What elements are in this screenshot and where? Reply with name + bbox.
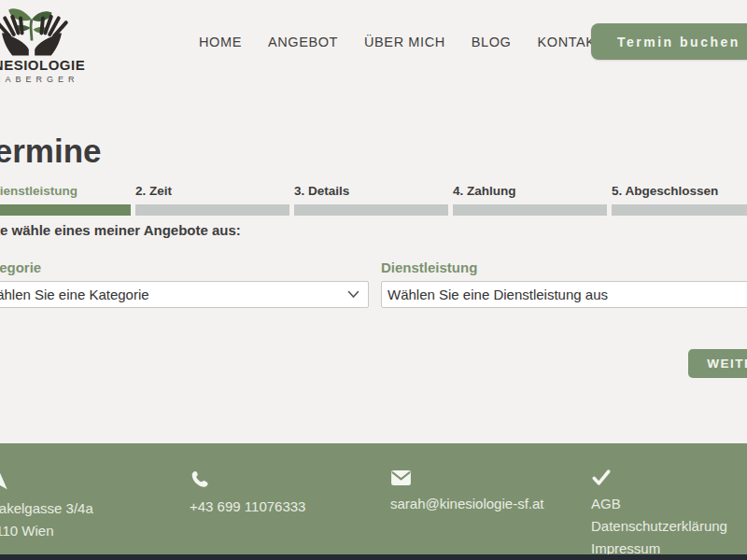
location-arrow-icon: [0, 469, 9, 491]
nav-item-blog[interactable]: BLOG: [472, 35, 512, 49]
address-line1: Hakelgasse 3/4a: [0, 497, 177, 520]
footer-links: AGB Datenschutzerklärung Impressum: [579, 469, 747, 560]
page-viewport: KINESIOLOGIE FRABERGER HOME ANGEBOT ÜBER…: [0, 0, 747, 560]
address-line2: 1110 Wien: [0, 520, 177, 542]
page-title: Termine: [0, 133, 102, 170]
link-agb[interactable]: AGB: [591, 493, 747, 515]
brand-logo[interactable]: KINESIOLOGIE FRABERGER: [0, 6, 87, 84]
check-icon: [591, 469, 612, 486]
kategorie-field: Kategorie Wählen Sie eine Kategorie: [0, 259, 369, 308]
intro-text: Bitte wähle eines meiner Angebote aus:: [0, 222, 241, 238]
hands-plant-logo-icon: [0, 6, 77, 56]
nav-item-home[interactable]: HOME: [199, 35, 242, 49]
nav-item-ueber-mich[interactable]: ÜBER MICH: [364, 35, 445, 49]
footer-email: sarah@kinesiologie-sf.at: [378, 469, 579, 560]
nav-item-angebot[interactable]: ANGEBOT: [268, 35, 338, 49]
step-bar-3: [294, 204, 448, 216]
kategorie-select[interactable]: Wählen Sie eine Kategorie: [0, 281, 369, 308]
phone-icon: [190, 469, 209, 489]
dienstleistung-field: Dienstleistung Wählen Sie eine Dienstlei…: [381, 259, 747, 308]
footer-phone: +43 699 11076333: [177, 469, 378, 560]
weiter-button[interactable]: WEITER: [688, 349, 747, 378]
step-zahlung[interactable]: 4. Zahlung: [453, 184, 607, 216]
termin-buchen-button[interactable]: Termin buchen: [591, 23, 747, 60]
dienstleistung-label: Dienstleistung: [381, 259, 747, 275]
email-link[interactable]: sarah@kinesiologie-sf.at: [390, 493, 579, 515]
step-details[interactable]: 3. Details: [294, 184, 448, 216]
phone-link[interactable]: +43 699 11076333: [190, 496, 378, 518]
bottom-bar: [0, 554, 747, 560]
step-zeit[interactable]: 2. Zeit: [135, 184, 289, 216]
main-nav: HOME ANGEBOT ÜBER MICH BLOG KONTAKT: [199, 35, 604, 49]
mail-icon: [390, 469, 412, 486]
kategorie-label: Kategorie: [0, 259, 369, 275]
footer-address: Hakelgasse 3/4a 1110 Wien: [0, 469, 177, 560]
step-bar-4: [453, 204, 607, 216]
step-abgeschlossen[interactable]: 5. Abgeschlossen: [612, 184, 747, 216]
link-datenschutz[interactable]: Datenschutzerklärung: [591, 515, 747, 538]
step-dienstleistung[interactable]: 1. Dienstleistung: [0, 184, 131, 216]
brand-name: KINESIOLOGIE: [0, 57, 87, 73]
step-bar-2: [135, 204, 289, 216]
brand-subname: FRABERGER: [0, 75, 87, 84]
footer: Hakelgasse 3/4a 1110 Wien +43 699 110763…: [0, 443, 747, 554]
dienstleistung-select[interactable]: Wählen Sie eine Dienstleistung aus: [381, 281, 747, 308]
step-bar-5: [612, 204, 747, 216]
step-bar-1: [0, 204, 131, 216]
booking-progress-steps: 1. Dienstleistung 2. Zeit 3. Details 4. …: [0, 184, 747, 216]
